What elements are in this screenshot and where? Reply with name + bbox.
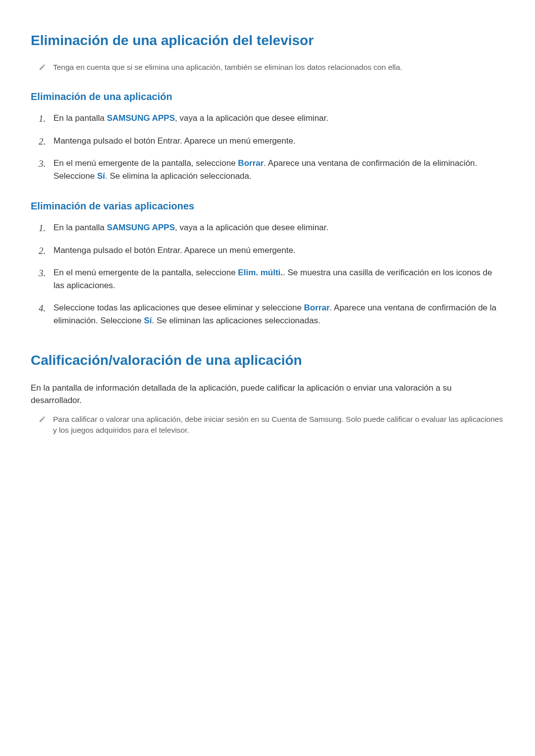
step-text: En la pantalla — [54, 113, 107, 123]
heading-delete-app: Eliminación de una aplicación del televi… — [31, 31, 504, 51]
note-text: Tenga en cuenta que si se elimina una ap… — [53, 62, 504, 73]
step-text: , vaya a la aplicación que desee elimina… — [175, 113, 328, 123]
pencil-icon — [39, 63, 46, 70]
step-text: . Se eliminan las aplicaciones seleccion… — [152, 316, 320, 325]
list-item: En el menú emergente de la pantalla, sel… — [39, 157, 504, 182]
list-item: Mantenga pulsado el botón Entrar. Aparec… — [39, 135, 504, 148]
steps-delete-multiple-apps: En la pantalla SAMSUNG APPS, vaya a la a… — [31, 221, 504, 327]
heading-rating-app: Calificación/valoración de una aplicació… — [31, 351, 504, 371]
steps-delete-single-app: En la pantalla SAMSUNG APPS, vaya a la a… — [31, 112, 504, 182]
list-item: Mantenga pulsado el botón Entrar. Aparec… — [39, 244, 504, 257]
emph-borrar: Borrar — [304, 303, 330, 312]
emph-elim-multi: Elim. múlti. — [238, 268, 283, 277]
note-text: Para calificar o valorar una aplicación,… — [53, 414, 504, 436]
emph-si: Sí — [144, 316, 152, 325]
paragraph-rating-intro: En la pantalla de información detallada … — [31, 382, 504, 407]
step-text: . Se elimina la aplicación seleccionada. — [105, 171, 252, 181]
step-text: En el menú emergente de la pantalla, sel… — [54, 158, 238, 168]
step-text: Mantenga pulsado el botón Entrar. Aparec… — [54, 136, 296, 146]
pencil-icon — [39, 415, 46, 422]
step-text: Mantenga pulsado el botón Entrar. Aparec… — [54, 246, 296, 255]
subheading-delete-multiple-apps: Eliminación de varias aplicaciones — [31, 199, 504, 213]
emph-samsung-apps: SAMSUNG APPS — [107, 113, 175, 123]
step-text: En la pantalla — [54, 223, 107, 232]
note-rating-requirement: Para calificar o valorar una aplicación,… — [31, 414, 504, 436]
note-delete-warning: Tenga en cuenta que si se elimina una ap… — [31, 62, 504, 73]
emph-samsung-apps: SAMSUNG APPS — [107, 223, 175, 232]
subheading-delete-single-app: Eliminación de una aplicación — [31, 90, 504, 104]
step-text: En el menú emergente de la pantalla, sel… — [54, 268, 238, 277]
step-text: , vaya a la aplicación que desee elimina… — [175, 223, 328, 232]
list-item: En el menú emergente de la pantalla, sel… — [39, 266, 504, 292]
list-item: En la pantalla SAMSUNG APPS, vaya a la a… — [39, 112, 504, 125]
step-text: Seleccione todas las aplicaciones que de… — [54, 303, 304, 312]
emph-borrar: Borrar — [238, 158, 264, 168]
list-item: Seleccione todas las aplicaciones que de… — [39, 302, 504, 327]
emph-si: Sí — [97, 171, 105, 181]
list-item: En la pantalla SAMSUNG APPS, vaya a la a… — [39, 221, 504, 234]
